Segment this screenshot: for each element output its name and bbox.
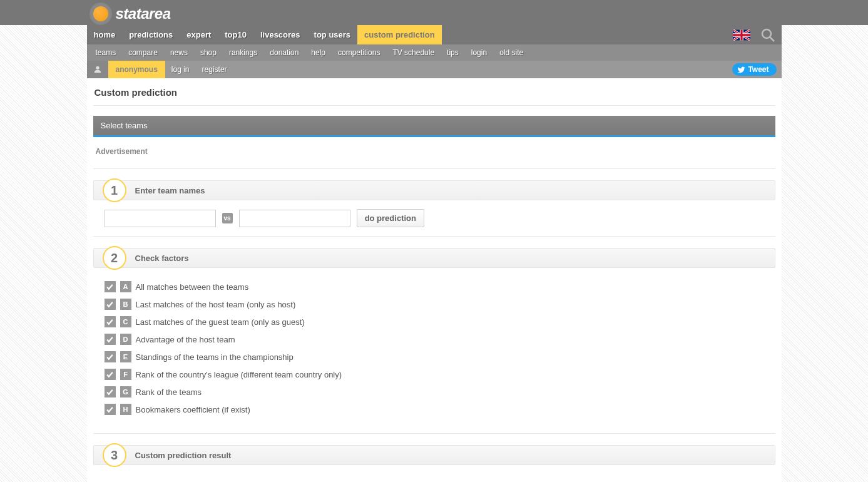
checkmark-icon	[106, 336, 114, 344]
step-3-label: Custom prediction result	[135, 451, 232, 460]
step-1-label: Enter team names	[135, 186, 205, 195]
nav-sub-item[interactable]: compare	[122, 44, 164, 61]
tweet-button[interactable]: Tweet	[732, 63, 776, 76]
factor-checkbox[interactable]	[105, 334, 116, 345]
factor-row: GRank of the teams	[98, 383, 770, 401]
register-link[interactable]: register	[196, 61, 233, 78]
checkmark-icon	[106, 388, 114, 396]
step-2-label: Check factors	[135, 254, 189, 263]
svg-point-3	[96, 66, 99, 69]
nav-sub-item[interactable]: news	[164, 44, 194, 61]
nav-main-item[interactable]: top users	[307, 25, 358, 44]
advertisement-label: Advertisement	[93, 137, 775, 169]
factor-letter: E	[120, 351, 131, 362]
nav-sub-item[interactable]: donation	[263, 44, 305, 61]
factor-checkbox[interactable]	[105, 299, 116, 310]
host-team-input[interactable]	[105, 210, 216, 227]
factor-letter: A	[120, 281, 131, 292]
user-icon	[87, 61, 108, 78]
checkmark-icon	[106, 318, 114, 326]
factor-text: Bookmakers coefficient (if exist)	[136, 405, 250, 414]
factor-row: AAll matches between the teams	[98, 278, 770, 295]
user-status: anonymous	[108, 61, 165, 78]
twitter-icon	[737, 66, 745, 74]
factor-text: Standings of the teams in the championsh…	[136, 352, 294, 362]
nav-sub: teamscomparenewsshoprankingsdonationhelp…	[87, 44, 782, 61]
nav-sub-item[interactable]: login	[465, 44, 493, 61]
factor-row: BLast matches of the host team (only as …	[98, 295, 770, 313]
factor-text: Last matches of the host team (only as h…	[136, 300, 296, 309]
nav-main: homepredictionsexperttop10livescorestop …	[87, 25, 782, 44]
brand-name: statarea	[116, 5, 171, 23]
nav-main-item[interactable]: custom prediction	[357, 25, 442, 44]
nav-sub-item[interactable]: help	[305, 44, 332, 61]
factor-checkbox[interactable]	[105, 386, 116, 397]
step-3-header: 3 Custom prediction result	[93, 445, 775, 465]
factor-checkbox[interactable]	[105, 281, 116, 292]
logo-icon	[89, 3, 112, 25]
factor-checkbox[interactable]	[105, 351, 116, 362]
factors-list: AAll matches between the teamsBLast matc…	[93, 268, 775, 434]
nav-main-item[interactable]: predictions	[122, 25, 180, 44]
nav-sub-item[interactable]: rankings	[223, 44, 263, 61]
do-prediction-button[interactable]: do prediction	[357, 209, 424, 227]
factor-checkbox[interactable]	[105, 404, 116, 415]
vs-label: vs	[222, 213, 233, 223]
factor-row: FRank of the country's league (different…	[98, 366, 770, 383]
user-bar: anonymous log in register Tweet	[87, 61, 782, 78]
step-1-header: 1 Enter team names	[93, 180, 775, 200]
step-3-number: 3	[103, 443, 126, 467]
checkmark-icon	[106, 406, 114, 414]
nav-main-item[interactable]: livescores	[253, 25, 307, 44]
checkmark-icon	[106, 283, 114, 291]
checkmark-icon	[106, 371, 114, 379]
factor-row: CLast matches of the guest team (only as…	[98, 313, 770, 331]
login-link[interactable]: log in	[165, 61, 196, 78]
nav-sub-item[interactable]: TV schedule	[386, 44, 441, 61]
factor-letter: C	[120, 316, 131, 327]
page-title: Custom prediction	[93, 78, 775, 106]
factor-row: EStandings of the teams in the champions…	[98, 348, 770, 366]
factor-text: All matches between the teams	[136, 282, 249, 292]
tweet-label: Tweet	[748, 65, 768, 74]
nav-sub-item[interactable]: old site	[493, 44, 529, 61]
panel-select-teams: Select teams	[93, 116, 775, 137]
factor-letter: G	[120, 386, 131, 397]
search-icon[interactable]	[760, 28, 775, 43]
factor-letter: D	[120, 334, 131, 345]
step-2-number: 2	[103, 246, 126, 270]
checkmark-icon	[106, 353, 114, 361]
nav-main-item[interactable]: home	[87, 25, 123, 44]
nav-sub-item[interactable]: teams	[89, 44, 123, 61]
factor-row: HBookmakers coefficient (if exist)	[98, 401, 770, 418]
factor-text: Last matches of the guest team (only as …	[136, 317, 305, 327]
factor-text: Advantage of the host team	[136, 335, 235, 344]
svg-line-2	[770, 37, 774, 41]
step-2-header: 2 Check factors	[93, 248, 775, 268]
nav-sub-item[interactable]: tips	[441, 44, 465, 61]
nav-main-item[interactable]: top10	[218, 25, 253, 44]
no-predictions-text: No predictions	[93, 465, 775, 482]
svg-point-1	[762, 29, 771, 38]
nav-sub-item[interactable]: shop	[194, 44, 223, 61]
factor-row: DAdvantage of the host team	[98, 331, 770, 348]
step-1-number: 1	[103, 178, 126, 202]
factor-checkbox[interactable]	[105, 369, 116, 380]
nav-main-item[interactable]: expert	[180, 25, 218, 44]
checkmark-icon	[106, 300, 114, 309]
language-flag-uk[interactable]	[733, 29, 750, 41]
nav-sub-item[interactable]: competitions	[332, 44, 386, 61]
factor-letter: H	[120, 404, 131, 415]
factor-text: Rank of the teams	[136, 387, 202, 397]
guest-team-input[interactable]	[239, 210, 350, 227]
factor-checkbox[interactable]	[105, 316, 116, 327]
factor-letter: B	[120, 299, 131, 310]
factor-text: Rank of the country's league (different …	[136, 370, 342, 379]
factor-letter: F	[120, 369, 131, 380]
